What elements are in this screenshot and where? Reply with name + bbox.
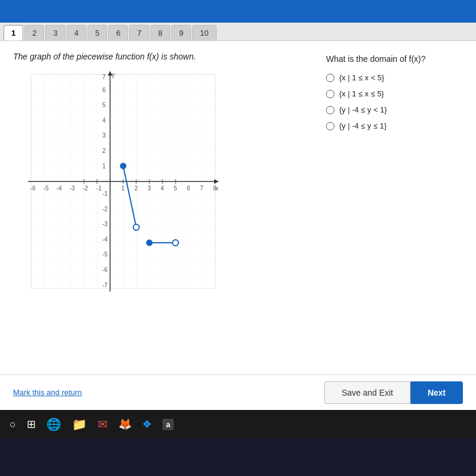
svg-text:-6: -6	[30, 185, 36, 192]
svg-text:-4: -4	[57, 185, 62, 192]
svg-text:4: 4	[161, 185, 164, 192]
domain-question: What is the domain of f(x)?	[326, 54, 463, 64]
svg-text:-3: -3	[70, 185, 75, 192]
svg-text:2: 2	[134, 185, 138, 192]
mail-icon[interactable]: ✉	[98, 417, 108, 431]
bottom-buttons: Save and Exit Next	[324, 381, 463, 404]
svg-text:6: 6	[187, 185, 190, 192]
radio-2[interactable]	[326, 90, 334, 98]
svg-text:-4: -4	[102, 236, 108, 243]
svg-text:6: 6	[102, 87, 106, 93]
firefox-icon[interactable]: 🦊	[118, 418, 131, 431]
option-2-label: {x | 1 ≤ x ≤ 5}	[339, 89, 384, 98]
svg-text:5: 5	[174, 185, 177, 192]
tab-3[interactable]: 3	[45, 25, 65, 40]
option-3[interactable]: {y | -4 ≤ y < 1}	[326, 105, 463, 114]
option-1[interactable]: {x | 1 ≤ x < 5}	[326, 73, 463, 82]
top-bar	[0, 0, 476, 23]
svg-text:7: 7	[102, 74, 106, 80]
dropbox-icon[interactable]: ❖	[142, 418, 152, 431]
tab-7[interactable]: 7	[129, 25, 149, 40]
question-area: The graph of the piecewise function f(x)…	[13, 52, 463, 367]
svg-text:-1: -1	[102, 190, 108, 197]
svg-text:y: y	[112, 71, 115, 78]
option-2[interactable]: {x | 1 ≤ x ≤ 5}	[326, 89, 463, 98]
tab-5[interactable]: 5	[87, 25, 107, 40]
svg-text:-6: -6	[102, 267, 108, 273]
svg-text:-5: -5	[102, 251, 108, 258]
radio-1[interactable]	[326, 74, 334, 82]
svg-text:2: 2	[102, 148, 106, 154]
svg-point-44	[120, 163, 126, 169]
option-4-label: {y | -4 ≤ y ≤ 1}	[339, 121, 387, 130]
tab-9[interactable]: 9	[171, 25, 191, 40]
svg-text:1: 1	[121, 185, 125, 192]
tab-8[interactable]: 8	[151, 25, 170, 40]
svg-text:7: 7	[200, 185, 203, 192]
option-3-label: {y | -4 ≤ y < 1}	[339, 105, 387, 114]
main-content: The graph of the piecewise function f(x)…	[0, 41, 476, 374]
tab-4[interactable]: 4	[67, 25, 86, 40]
svg-text:-3: -3	[102, 221, 108, 227]
radio-3[interactable]	[326, 106, 334, 114]
tab-10[interactable]: 10	[192, 25, 216, 40]
tab-bar: 1 2 3 4 5 6 7 8 9 10	[0, 23, 476, 41]
question-description: The graph of the piecewise function f(x)…	[13, 52, 308, 61]
left-panel: The graph of the piecewise function f(x)…	[13, 52, 308, 367]
svg-text:x: x	[215, 185, 218, 192]
svg-point-48	[173, 240, 178, 246]
svg-text:1: 1	[102, 163, 106, 170]
svg-text:3: 3	[102, 132, 106, 139]
svg-text:4: 4	[102, 117, 106, 124]
coordinate-graph: -1 -2 -3 -4 -5 -6 1 2 3 4 5 6 7 8 x	[13, 68, 227, 300]
graph-container: -1 -2 -3 -4 -5 -6 1 2 3 4 5 6 7 8 x	[13, 68, 308, 303]
bottom-bar: Mark this and return Save and Exit Next	[0, 374, 476, 410]
task-view-icon[interactable]: ⊞	[27, 418, 36, 431]
mark-return-link[interactable]: Mark this and return	[13, 388, 82, 397]
save-exit-button[interactable]: Save and Exit	[324, 381, 410, 404]
svg-text:5: 5	[102, 102, 106, 108]
tab-2[interactable]: 2	[24, 25, 44, 40]
folder-icon[interactable]: 📁	[72, 417, 87, 431]
svg-text:-2: -2	[83, 185, 88, 192]
svg-point-45	[133, 224, 139, 230]
tab-1[interactable]: 1	[4, 25, 23, 40]
taskbar: ○ ⊞ 🌐 📁 ✉ 🦊 ❖ a	[0, 410, 476, 439]
svg-text:-1: -1	[96, 185, 102, 192]
radio-4[interactable]	[326, 122, 334, 130]
tab-6[interactable]: 6	[108, 25, 128, 40]
edge-icon[interactable]: 🌐	[46, 417, 61, 431]
svg-point-47	[146, 240, 152, 246]
letter-a-icon[interactable]: a	[162, 419, 174, 430]
svg-text:-2: -2	[102, 206, 108, 212]
option-1-label: {x | 1 ≤ x < 5}	[339, 73, 384, 82]
svg-text:3: 3	[148, 185, 151, 192]
search-taskbar-icon[interactable]: ○	[10, 418, 16, 431]
next-button[interactable]: Next	[411, 381, 463, 404]
right-panel: What is the domain of f(x)? {x | 1 ≤ x <…	[326, 52, 463, 367]
svg-marker-4	[214, 179, 218, 184]
svg-text:-7: -7	[102, 282, 108, 289]
svg-text:-5: -5	[43, 185, 49, 192]
option-4[interactable]: {y | -4 ≤ y ≤ 1}	[326, 121, 463, 130]
